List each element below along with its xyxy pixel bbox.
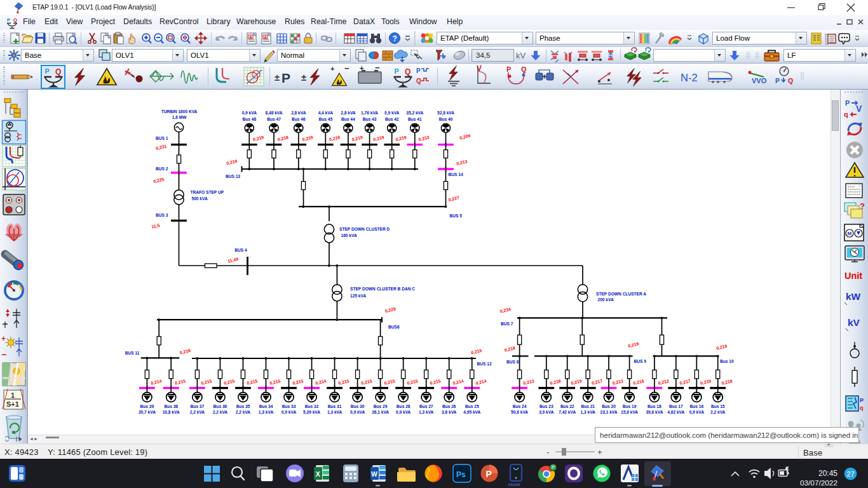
svg-text:Q: Q: [416, 78, 421, 85]
svg-text:1,3 kVA: 1,3 kVA: [581, 410, 596, 415]
svg-text:Bus 25: Bus 25: [465, 404, 479, 409]
svg-text:Bus 42: Bus 42: [385, 117, 399, 121]
svg-text:Unit: Unit: [844, 271, 862, 281]
svg-text:Q: Q: [13, 17, 17, 23]
svg-text:0,213: 0,213: [418, 135, 430, 142]
svg-text:S+1: S+1: [6, 400, 19, 408]
svg-text:27: 27: [846, 470, 854, 478]
svg-text:0,213: 0,213: [456, 159, 468, 166]
svg-text:200 kVA: 200 kVA: [598, 297, 614, 302]
svg-text:3,9 kVA: 3,9 kVA: [539, 410, 554, 415]
svg-text:35,2 kVA: 35,2 kVA: [406, 111, 423, 116]
svg-text:−: −: [1, 349, 6, 360]
svg-text:FAVOR: FAVOR: [508, 483, 520, 487]
svg-text:BUS 4: BUS 4: [234, 248, 247, 252]
svg-text:Bus 19: Bus 19: [623, 404, 637, 409]
svg-text:0,225: 0,225: [153, 177, 165, 184]
svg-text:0,214: 0,214: [452, 379, 465, 386]
svg-text:Bus 34: Bus 34: [259, 404, 273, 409]
svg-text:Bus 31: Bus 31: [328, 404, 342, 409]
svg-text:0,234: 0,234: [499, 307, 512, 315]
svg-text:Bus 18: Bus 18: [648, 404, 661, 409]
svg-text:0,9 kVA: 0,9 kVA: [242, 111, 257, 116]
svg-text:Q: Q: [55, 67, 61, 76]
svg-text:Bus 47: Bus 47: [267, 117, 281, 121]
svg-text:BUS 13: BUS 13: [226, 174, 240, 179]
svg-text:0,213: 0,213: [612, 379, 624, 386]
svg-text:0,217: 0,217: [679, 379, 691, 386]
svg-text:P: P: [845, 99, 850, 107]
svg-text:160 kVA: 160 kVA: [341, 233, 357, 238]
svg-text:Bus 15: Bus 15: [711, 404, 725, 409]
svg-text:0,215: 0,215: [338, 379, 350, 386]
svg-text:500 kVA: 500 kVA: [192, 196, 208, 201]
svg-text:0,219: 0,219: [351, 135, 363, 142]
svg-text:Bus 46: Bus 46: [292, 117, 306, 121]
svg-text:20,7 kVA: 20,7 kVA: [139, 410, 156, 415]
svg-text:Bus 33: Bus 33: [282, 404, 296, 409]
svg-text:Q: Q: [405, 67, 410, 76]
svg-text:0,218: 0,218: [277, 135, 289, 142]
svg-text:Bus 35: Bus 35: [236, 404, 250, 409]
svg-text:0,229: 0,229: [384, 306, 397, 314]
svg-text:M: M: [848, 231, 852, 236]
svg-text:4,4 kVA: 4,4 kVA: [318, 111, 334, 116]
svg-text:P: P: [281, 71, 290, 85]
svg-text:Bus 28: Bus 28: [397, 404, 410, 409]
svg-text:0,9 kVA: 0,9 kVA: [281, 410, 297, 415]
svg-text:0,219: 0,219: [302, 135, 314, 142]
svg-text:V: V: [856, 104, 862, 114]
svg-text:BUS 3: BUS 3: [156, 213, 168, 217]
svg-text:TURBIN 1600 KVA: TURBIN 1600 KVA: [161, 109, 198, 114]
svg-text:2,2 kVA: 2,2 kVA: [236, 410, 251, 415]
svg-text:+: +: [1, 334, 6, 343]
svg-text:0,215: 0,215: [384, 379, 396, 386]
svg-text:4,95 kVA: 4,95 kVA: [463, 410, 480, 415]
svg-text:0,219: 0,219: [395, 135, 407, 142]
svg-text:0,9 kVA: 0,9 kVA: [396, 410, 411, 415]
svg-text:0,215: 0,215: [292, 379, 304, 386]
svg-text:P: P: [416, 67, 421, 74]
svg-text:W: W: [371, 470, 377, 478]
svg-text:0,214: 0,214: [475, 379, 487, 386]
svg-text:0,213: 0,213: [523, 379, 535, 386]
svg-text:0,214: 0,214: [315, 379, 327, 386]
svg-text:BUS 9: BUS 9: [634, 359, 647, 363]
svg-text:BUS6: BUS6: [388, 325, 400, 329]
svg-text:0,227: 0,227: [448, 195, 460, 203]
svg-text:0,217: 0,217: [591, 379, 603, 386]
svg-text:Bus 32: Bus 32: [305, 404, 319, 409]
svg-text:Q: Q: [521, 65, 527, 73]
svg-text:X: X: [316, 470, 321, 478]
svg-text:0,215: 0,215: [247, 379, 259, 386]
svg-text:125 kVA: 125 kVA: [350, 294, 366, 298]
svg-text:23,1 kVA: 23,1 kVA: [600, 410, 617, 415]
svg-text:kV: kV: [516, 51, 526, 60]
svg-text:Bus 30: Bus 30: [351, 404, 365, 409]
svg-text:0,212: 0,212: [658, 379, 670, 386]
svg-text:0,9 kVA: 0,9 kVA: [384, 111, 400, 116]
svg-text:0,219: 0,219: [628, 341, 640, 349]
svg-text:P: P: [860, 397, 864, 403]
svg-text:7,42 kVA: 7,42 kVA: [559, 410, 576, 415]
svg-text:03/07/2022: 03/07/2022: [800, 478, 837, 487]
svg-text:0,216: 0,216: [633, 379, 645, 386]
svg-text:BUS 8: BUS 8: [506, 360, 519, 364]
svg-text:Bus 10: Bus 10: [720, 359, 734, 363]
svg-text:0,9 kVA: 0,9 kVA: [689, 410, 705, 415]
svg-text:2,8 kVA: 2,8 kVA: [291, 111, 306, 116]
svg-text:N-2: N-2: [681, 72, 698, 83]
svg-text:Bus 37: Bus 37: [191, 404, 205, 409]
svg-text:Bus 44: Bus 44: [341, 117, 355, 121]
svg-text:±: ±: [301, 72, 306, 83]
svg-text:Bus 48: Bus 48: [242, 117, 256, 121]
svg-text:0,215: 0,215: [471, 348, 483, 356]
svg-text:8,48 kVA: 8,48 kVA: [265, 111, 282, 116]
svg-text:P: P: [552, 465, 554, 470]
svg-text:3,6 kVA: 3,6 kVA: [442, 410, 457, 415]
svg-text:0,218: 0,218: [504, 346, 516, 353]
svg-text:Bus 27: Bus 27: [419, 404, 433, 409]
svg-text:P: P: [506, 65, 511, 73]
svg-text:0,219: 0,219: [571, 379, 583, 386]
svg-text:2,8 kVA: 2,8 kVA: [341, 111, 356, 116]
